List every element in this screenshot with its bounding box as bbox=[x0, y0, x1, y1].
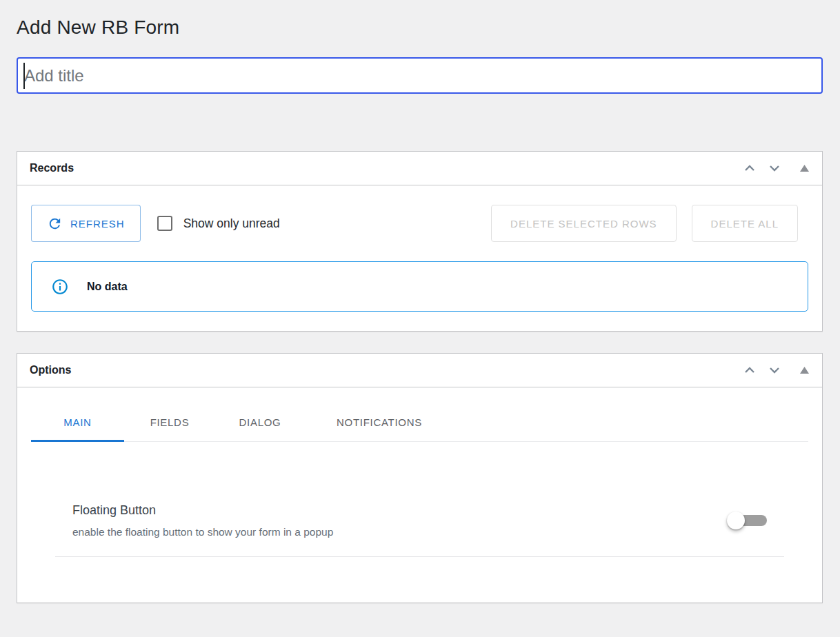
no-data-alert: No data bbox=[31, 261, 808, 312]
records-panel-title: Records bbox=[30, 162, 743, 174]
move-down-icon[interactable] bbox=[768, 161, 781, 175]
options-panel-controls bbox=[743, 363, 810, 377]
page-container: Add New RB Form Records bbox=[0, 0, 840, 603]
options-tab-content: Floating Button enable the floating butt… bbox=[17, 503, 822, 603]
records-panel: Records REFRESH bbox=[17, 151, 823, 332]
floating-button-toggle[interactable] bbox=[727, 511, 767, 530]
options-tab-bar: MAIN FIELDS DIALOG NOTIFICATIONS bbox=[31, 403, 808, 442]
records-panel-controls bbox=[743, 161, 810, 175]
tab-dialog[interactable]: DIALOG bbox=[215, 403, 305, 441]
text-caret bbox=[23, 63, 25, 89]
show-only-unread-label: Show only unread bbox=[183, 216, 280, 231]
show-only-unread-checkbox[interactable] bbox=[157, 216, 172, 231]
collapse-triangle-icon[interactable] bbox=[799, 366, 810, 374]
tab-notifications[interactable]: NOTIFICATIONS bbox=[305, 403, 454, 441]
refresh-icon bbox=[47, 216, 63, 232]
floating-button-texts: Floating Button enable the floating butt… bbox=[72, 503, 333, 538]
options-panel: Options MAIN FIELDS DIALOG NOTIFICATIONS bbox=[17, 353, 823, 603]
post-title-input[interactable] bbox=[17, 57, 823, 94]
move-down-icon[interactable] bbox=[768, 363, 781, 377]
options-panel-title: Options bbox=[30, 364, 743, 376]
info-circle-icon bbox=[51, 278, 69, 296]
records-panel-header[interactable]: Records bbox=[17, 152, 822, 185]
refresh-button-label: REFRESH bbox=[70, 218, 125, 230]
move-up-icon[interactable] bbox=[743, 161, 757, 175]
records-toolbar: REFRESH Show only unread DELETE SELECTED… bbox=[31, 205, 808, 242]
toggle-thumb bbox=[727, 512, 745, 529]
tab-fields[interactable]: FIELDS bbox=[124, 403, 215, 441]
tab-main[interactable]: MAIN bbox=[31, 403, 124, 441]
refresh-button[interactable]: REFRESH bbox=[31, 205, 141, 242]
options-panel-header[interactable]: Options bbox=[17, 354, 822, 387]
floating-button-label: Floating Button bbox=[72, 503, 333, 518]
move-up-icon[interactable] bbox=[743, 363, 757, 377]
collapse-triangle-icon[interactable] bbox=[799, 164, 810, 172]
title-field-wrapper bbox=[17, 57, 823, 94]
delete-selected-rows-button[interactable]: DELETE SELECTED ROWS bbox=[491, 205, 677, 242]
page-title: Add New RB Form bbox=[17, 0, 823, 39]
records-panel-body: REFRESH Show only unread DELETE SELECTED… bbox=[17, 205, 822, 331]
no-data-alert-text: No data bbox=[87, 281, 128, 293]
floating-button-setting-row: Floating Button enable the floating butt… bbox=[55, 503, 784, 557]
floating-button-description: enable the floating button to show your … bbox=[72, 525, 333, 538]
delete-all-button[interactable]: DELETE ALL bbox=[692, 205, 798, 242]
